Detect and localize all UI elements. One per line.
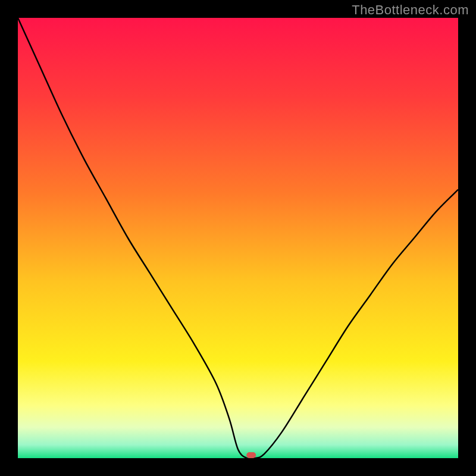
marker-point	[246, 452, 256, 458]
background-rect	[18, 18, 458, 458]
plot-area	[18, 18, 458, 458]
watermark-text: TheBottleneck.com	[352, 2, 469, 18]
chart-frame: TheBottleneck.com	[0, 0, 476, 476]
chart-svg	[18, 18, 458, 458]
